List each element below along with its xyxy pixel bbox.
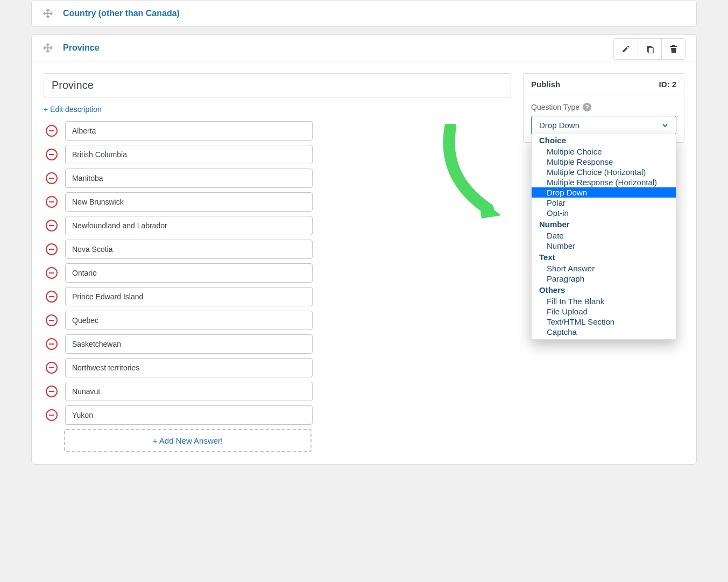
remove-answer-button[interactable] [46,220,58,232]
dropdown-item[interactable]: Date [532,230,676,241]
dropdown-item[interactable]: Multiple Response [532,157,676,167]
dropdown-item[interactable]: Number [532,241,676,251]
question-type-selected[interactable]: Drop Down [531,116,676,135]
dropdown-group-header: Text [532,251,676,263]
answer-input[interactable] [65,192,313,212]
remove-answer-button[interactable] [46,291,58,303]
answer-row [44,334,511,354]
answer-input[interactable] [65,169,313,188]
answer-row [44,311,511,330]
dropdown-group-header: Number [532,218,676,230]
answer-input[interactable] [65,287,313,306]
answer-row [44,192,511,212]
chevron-down-icon [662,122,668,129]
remove-answer-button[interactable] [46,125,58,137]
dropdown-item[interactable]: Short Answer [532,263,676,274]
add-answer-button[interactable]: + Add New Answer! [64,429,312,452]
card-header: Province [32,35,696,61]
dropdown-group-header: Others [532,284,676,296]
answer-row [44,287,511,306]
publish-title: Publish [531,80,560,89]
question-type-label: Question Type ? [531,103,676,111]
answer-row [44,358,511,377]
answer-input[interactable] [65,263,313,283]
drag-handle-icon[interactable] [43,43,53,53]
card-header: Country (other than Canada) [32,1,696,26]
dropdown-item[interactable]: Paragraph [532,274,676,284]
question-id: ID: 2 [659,80,676,89]
answer-input[interactable] [65,405,313,425]
question-card-province: Province + Edit description + Add New An… [31,34,697,465]
dropdown-item[interactable]: File Upload [532,306,676,317]
question-title-input[interactable] [44,73,511,97]
card-title: Province [63,43,100,53]
answer-input[interactable] [65,358,313,377]
svg-rect-1 [648,47,653,53]
answer-row [44,405,511,425]
answer-input[interactable] [65,216,313,235]
dropdown-group-header: Choice [532,134,676,146]
question-type-dropdown: ChoiceMultiple ChoiceMultiple ResponseMu… [531,134,676,340]
dropdown-item[interactable]: Multiple Response (Horizontal) [532,177,676,187]
remove-answer-button[interactable] [46,362,58,374]
answer-input[interactable] [65,145,313,164]
dropdown-item[interactable]: Multiple Choice [532,146,676,157]
remove-answer-button[interactable] [46,338,58,350]
publish-panel-wrap: Publish ID: 2 Question Type ? Drop Down … [523,73,684,452]
remove-answer-button[interactable] [46,172,58,184]
answer-row [44,263,511,283]
answer-input[interactable] [65,334,313,354]
answer-input[interactable] [65,382,313,401]
drag-handle-icon[interactable] [43,8,53,19]
answer-input[interactable] [65,121,313,141]
remove-answer-button[interactable] [46,385,58,397]
card-actions [613,38,685,60]
help-icon[interactable]: ? [583,103,591,111]
answers-list [44,121,511,425]
answer-input[interactable] [65,311,313,330]
remove-answer-button[interactable] [46,196,58,208]
remove-answer-button[interactable] [46,267,58,279]
dropdown-item[interactable]: Text/HTML Section [532,317,676,327]
answer-row [44,169,511,188]
question-type-select: Drop Down ChoiceMultiple ChoiceMultiple … [531,116,676,135]
answer-row [44,382,511,401]
dropdown-item[interactable]: Multiple Choice (Horizontal) [532,167,676,177]
publish-panel: Publish ID: 2 Question Type ? Drop Down … [523,73,684,143]
edit-button[interactable] [614,39,638,59]
remove-answer-button[interactable] [46,149,58,160]
remove-answer-button[interactable] [46,243,58,255]
dropdown-item[interactable]: Captcha [532,327,676,337]
duplicate-button[interactable] [638,39,661,59]
remove-answer-button[interactable] [46,314,58,326]
dropdown-item[interactable]: Drop Down [532,187,676,198]
card-body: + Edit description + Add New Answer! Pub… [32,61,696,464]
answer-row [44,121,511,141]
remove-answer-button[interactable] [46,409,58,421]
dropdown-item[interactable]: Polar [532,198,676,208]
dropdown-item[interactable]: Opt-in [532,208,676,218]
answer-row [44,240,511,259]
question-type-area: Question Type ? Drop Down ChoiceMultiple… [524,95,684,142]
answer-input[interactable] [65,240,313,259]
question-editor: + Edit description + Add New Answer! [44,73,511,452]
delete-button[interactable] [661,39,685,59]
question-card-country[interactable]: Country (other than Canada) [31,0,697,27]
answer-row [44,145,511,164]
edit-description-link[interactable]: + Edit description [44,105,102,114]
publish-header: Publish ID: 2 [524,74,684,95]
answer-row [44,216,511,235]
dropdown-item[interactable]: Fill In The Blank [532,296,676,306]
card-title: Country (other than Canada) [63,9,180,18]
